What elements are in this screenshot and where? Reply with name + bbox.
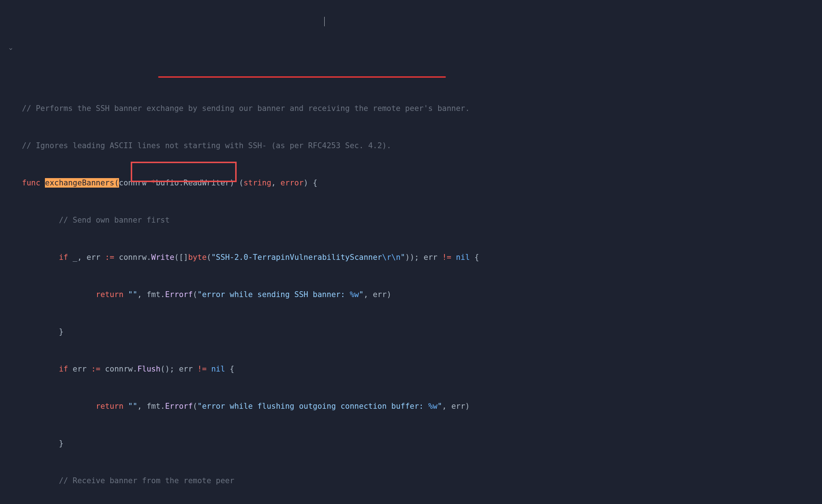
code-line: } [22,326,822,338]
highlighted-fn-name: exchangeBanners( [45,178,119,188]
code-line: // Send own banner first [22,214,822,226]
fold-chevron-icon[interactable]: ⌄ [9,43,13,52]
code-line: // Ignores leading ASCII lines not start… [22,139,822,152]
code-line: if err := connrw.Flush(); err != nil { [22,363,822,375]
code-line: return "", fmt.Errorf("error while flush… [22,400,822,412]
gutter: ⌄ [0,0,20,504]
code-area[interactable]: // Performs the SSH banner exchange by s… [22,77,822,504]
code-line: } [22,437,822,450]
code-line: return "", fmt.Errorf("error while sendi… [22,288,822,301]
code-editor[interactable]: ⌄ // Performs the SSH banner exchange by… [0,0,822,504]
code-line: func exchangeBanners(connrw *bufio.ReadW… [22,177,822,189]
code-line: // Receive banner from the remote peer [22,474,822,487]
text-caret [324,17,325,26]
code-line: // Performs the SSH banner exchange by s… [22,102,822,115]
code-line: if _, err := connrw.Write([]byte("SSH-2.… [22,251,822,263]
